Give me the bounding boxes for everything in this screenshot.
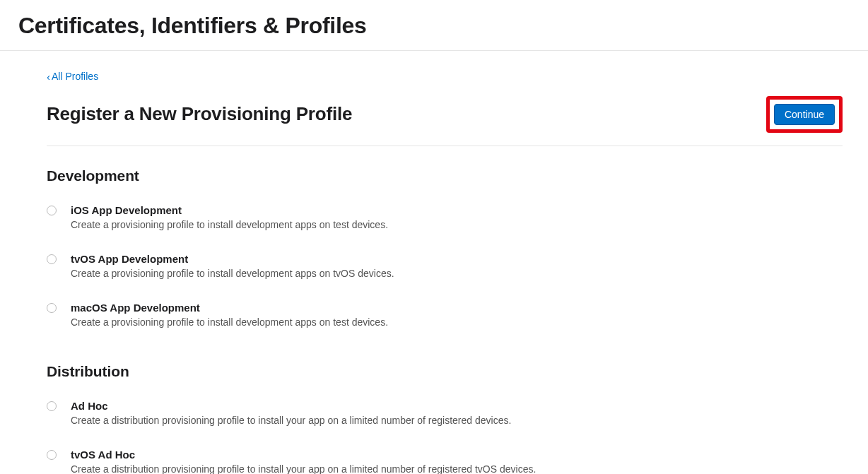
option-title: macOS App Development: [71, 302, 388, 314]
option-title: iOS App Development: [71, 204, 388, 216]
subheader-title: Register a New Provisioning Profile: [47, 103, 352, 125]
option-desc: Create a provisioning profile to install…: [71, 316, 388, 328]
radio-ios-app-development[interactable]: [47, 206, 57, 215]
option-title: tvOS Ad Hoc: [71, 449, 536, 461]
page-title: Certificates, Identifiers & Profiles: [18, 13, 850, 39]
option-ios-app-development[interactable]: iOS App Development Create a provisionin…: [47, 196, 843, 244]
option-desc: Create a distribution provisioning profi…: [71, 463, 536, 475]
option-title: tvOS App Development: [71, 253, 394, 265]
radio-tvos-ad-hoc[interactable]: [47, 450, 57, 460]
option-tvos-ad-hoc[interactable]: tvOS Ad Hoc Create a distribution provis…: [47, 440, 843, 475]
radio-ad-hoc[interactable]: [47, 401, 57, 411]
highlight-continue: Continue: [766, 96, 843, 133]
option-ad-hoc[interactable]: Ad Hoc Create a distribution provisionin…: [47, 391, 843, 440]
radio-tvos-app-development[interactable]: [47, 254, 57, 264]
back-link-label: All Profiles: [52, 71, 98, 82]
radio-macos-app-development[interactable]: [47, 303, 57, 313]
option-desc: Create a distribution provisioning profi…: [71, 415, 511, 426]
subheader-row: Register a New Provisioning Profile Cont…: [47, 96, 843, 146]
section-title-distribution: Distribution: [47, 363, 843, 380]
back-link-all-profiles[interactable]: ‹ All Profiles: [47, 71, 98, 82]
option-tvos-app-development[interactable]: tvOS App Development Create a provisioni…: [47, 244, 843, 293]
option-desc: Create a provisioning profile to install…: [71, 268, 394, 279]
continue-button[interactable]: Continue: [774, 104, 835, 125]
option-macos-app-development[interactable]: macOS App Development Create a provision…: [47, 293, 843, 342]
option-title: Ad Hoc: [71, 400, 511, 412]
chevron-left-icon: ‹: [47, 71, 50, 82]
content: ‹ All Profiles Register a New Provisioni…: [28, 51, 861, 474]
section-title-development: Development: [47, 167, 843, 184]
option-desc: Create a provisioning profile to install…: [71, 219, 388, 230]
page-header: Certificates, Identifiers & Profiles: [0, 0, 868, 51]
